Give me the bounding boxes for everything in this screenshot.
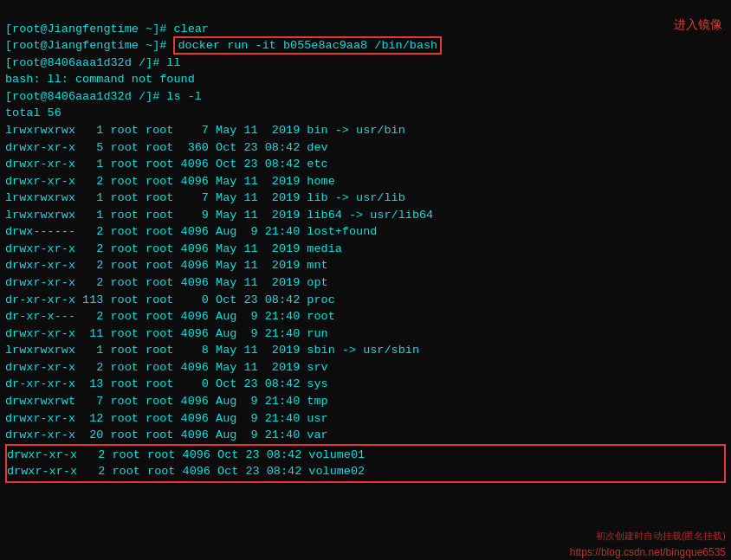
terminal-line-l26: drwxr-xr-x 2 root root 4096 Oct 23 08:42… — [5, 444, 726, 464]
terminal-line-l9: drwxr-xr-x 1 root root 4096 Oct 23 08:42… — [5, 156, 726, 173]
terminal-line-l12: lrwxrwxrwx 1 root root 9 May 11 2019 lib… — [5, 207, 726, 224]
terminal-line-l20: lrwxrwxrwx 1 root root 8 May 11 2019 sbi… — [5, 342, 726, 359]
terminal-line-l3: [root@8406aaa1d32d /]# ll — [5, 55, 726, 72]
terminal-line-l16: drwxr-xr-x 2 root root 4096 May 11 2019 … — [5, 274, 726, 292]
terminal-line-l19: drwxr-xr-x 11 root root 4096 Aug 9 21:40… — [5, 325, 726, 343]
terminal-line-l22: dr-xr-xr-x 13 root root 0 Oct 23 08:42 s… — [5, 376, 726, 393]
watermark-top: 初次创建时自动挂载(匿名挂载) — [596, 530, 726, 543]
terminal-line-l4: bash: ll: command not found — [5, 71, 726, 88]
terminal-line-l15: drwxr-xr-x 2 root root 4096 May 11 2019 … — [5, 257, 726, 274]
terminal-line-l21: drwxr-xr-x 2 root root 4096 May 11 2019 … — [5, 359, 726, 377]
terminal-line-l11: lrwxrwxrwx 1 root root 7 May 11 2019 lib… — [5, 190, 726, 207]
terminal-line-l1: [root@Jiangfengtime ~]# clear — [5, 21, 726, 38]
terminal-line-l13: drwx------ 2 root root 4096 Aug 9 21:40 … — [5, 223, 726, 241]
terminal-line-l8: drwxr-xr-x 5 root root 360 Oct 23 08:42 … — [5, 139, 726, 157]
terminal-line-l24: drwxr-xr-x 12 root root 4096 Aug 9 21:40… — [5, 410, 726, 428]
command-highlight: docker run -it b055e8ac9aa8 /bin/bash — [173, 36, 442, 55]
terminal-line-l18: dr-xr-x--- 2 root root 4096 Aug 9 21:40 … — [5, 308, 726, 325]
terminal-line-l14: drwxr-xr-x 2 root root 4096 May 11 2019 … — [5, 241, 726, 258]
terminal-line-l23: drwxrwxrwt 7 root root 4096 Aug 9 21:40 … — [5, 393, 726, 410]
terminal-line-l25: drwxr-xr-x 20 root root 4096 Aug 9 21:40… — [5, 427, 726, 444]
prompt: [root@Jiangfengtime ~]# — [5, 39, 173, 52]
terminal-line-l10: drwxr-xr-x 2 root root 4096 May 11 2019 … — [5, 173, 726, 190]
terminal-line-l7: lrwxrwxrwx 1 root root 7 May 11 2019 bin… — [5, 122, 726, 139]
terminal-line-l27: drwxr-xr-x 2 root root 4096 Oct 23 08:42… — [5, 463, 726, 483]
terminal: [root@Jiangfengtime ~]# clear[root@Jiang… — [0, 0, 731, 486]
note-chinese: 进入镜像 — [674, 17, 722, 33]
watermark: https://blog.csdn.net/bingque6535 — [570, 546, 726, 558]
terminal-line-l2: [root@Jiangfengtime ~]# docker run -it b… — [5, 37, 726, 55]
terminal-line-l6: total 56 — [5, 105, 726, 122]
terminal-line-l17: dr-xr-xr-x 113 root root 0 Oct 23 08:42 … — [5, 292, 726, 309]
terminal-line-l5: [root@8406aaa1d32d /]# ls -l — [5, 88, 726, 106]
